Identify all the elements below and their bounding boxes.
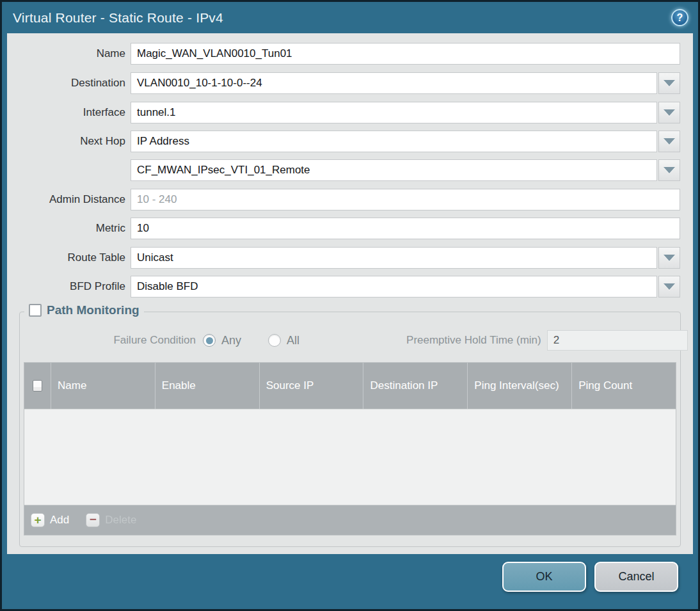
next-hop-select[interactable] [131, 131, 657, 152]
chevron-down-icon [664, 109, 675, 116]
chevron-down-icon [664, 167, 675, 173]
bfd-profile-select[interactable] [131, 276, 657, 298]
column-header-enable[interactable]: Enable [155, 363, 260, 409]
destination-input[interactable] [131, 72, 657, 94]
route-table-dropdown-button[interactable] [658, 247, 680, 269]
preemptive-hold-label: Preemptive Hold Time (min) [406, 334, 541, 347]
form-row-bfd-profile: BFD Profile [7, 276, 680, 298]
table-header-checkbox-cell [24, 363, 51, 409]
table-body-empty [24, 409, 676, 505]
metric-label: Metric [7, 218, 131, 239]
plus-icon: + [31, 513, 45, 527]
next-hop-ip-dropdown-button[interactable] [658, 159, 680, 181]
form-row-metric: Metric [7, 218, 680, 239]
radio-any[interactable]: Any [203, 334, 241, 347]
interface-input[interactable] [131, 102, 657, 123]
bfd-profile-label: BFD Profile [7, 276, 131, 298]
next-hop-ip-input[interactable] [131, 159, 657, 181]
metric-input[interactable] [131, 218, 680, 239]
dialog-title: Virtual Router - Static Route - IPv4 [13, 10, 223, 26]
chevron-down-icon [664, 283, 675, 290]
form-row-destination: Destination [7, 72, 680, 94]
bfd-profile-dropdown-button[interactable] [658, 276, 680, 298]
radio-any-circle[interactable] [203, 334, 216, 347]
name-input[interactable] [131, 43, 680, 65]
radio-all-label: All [287, 334, 299, 347]
delete-button-label: Delete [105, 514, 136, 527]
form-row-interface: Interface [7, 102, 680, 123]
next-hop-label: Next Hop [7, 131, 131, 152]
interface-label: Interface [7, 102, 131, 123]
form-row-admin-distance: Admin Distance [7, 189, 680, 210]
delete-button[interactable]: − Delete [86, 513, 136, 527]
path-monitoring-legend: Path Monitoring [24, 303, 144, 317]
add-button-label: Add [50, 514, 69, 527]
column-header-ping-count[interactable]: Ping Count [572, 363, 676, 409]
preemptive-hold-input[interactable] [547, 330, 688, 351]
path-monitoring-title: Path Monitoring [47, 303, 139, 317]
radio-all[interactable]: All [268, 334, 299, 347]
dialog-content: Name Destination Interface [7, 33, 693, 554]
column-header-name[interactable]: Name [51, 363, 155, 409]
form-row-route-table: Route Table [7, 247, 680, 269]
dialog-frame: Virtual Router - Static Route - IPv4 ? N… [2, 2, 698, 609]
failure-condition-radio-group: Any All [203, 334, 326, 347]
column-header-destination-ip[interactable]: Destination IP [363, 363, 468, 409]
table-toolbar: + Add − Delete [24, 505, 676, 535]
destination-label: Destination [7, 72, 131, 94]
column-header-source-ip[interactable]: Source IP [260, 363, 364, 409]
path-monitoring-section: Path Monitoring Failure Condition Any Al… [19, 312, 681, 547]
table-header: Name Enable Source IP Destination IP Pin… [24, 363, 676, 409]
titlebar: Virtual Router - Static Route - IPv4 [2, 2, 698, 33]
form-row-name: Name [7, 43, 680, 65]
route-table-label: Route Table [7, 247, 131, 269]
cancel-button[interactable]: Cancel [594, 562, 678, 592]
chevron-down-icon [664, 138, 675, 145]
path-monitoring-table: Name Enable Source IP Destination IP Pin… [24, 362, 676, 536]
form-row-next-hop: Next Hop [7, 131, 680, 152]
dialog-window: Virtual Router - Static Route - IPv4 ? N… [0, 0, 700, 611]
minus-icon: − [86, 513, 100, 527]
next-hop-dropdown-button[interactable] [658, 131, 680, 152]
help-icon[interactable]: ? [671, 9, 688, 26]
path-monitoring-checkbox[interactable] [29, 304, 42, 317]
select-all-checkbox[interactable] [33, 380, 42, 392]
form-row-next-hop-ip [7, 159, 680, 181]
failure-condition-label: Failure Condition [20, 334, 196, 347]
interface-dropdown-button[interactable] [658, 102, 680, 123]
route-table-select[interactable] [131, 247, 657, 269]
failure-condition-row: Failure Condition Any All Preemptive Hol… [20, 330, 680, 351]
radio-any-label: Any [221, 334, 241, 347]
name-label: Name [7, 43, 131, 65]
admin-distance-input[interactable] [131, 189, 680, 210]
admin-distance-label: Admin Distance [7, 189, 131, 210]
chevron-down-icon [664, 80, 675, 86]
add-button[interactable]: + Add [31, 513, 69, 527]
column-header-ping-interval[interactable]: Ping Interval(sec) [468, 363, 572, 409]
destination-dropdown-button[interactable] [658, 72, 680, 94]
chevron-down-icon [664, 255, 675, 261]
radio-all-circle[interactable] [268, 334, 281, 347]
ok-button[interactable]: OK [502, 562, 586, 592]
